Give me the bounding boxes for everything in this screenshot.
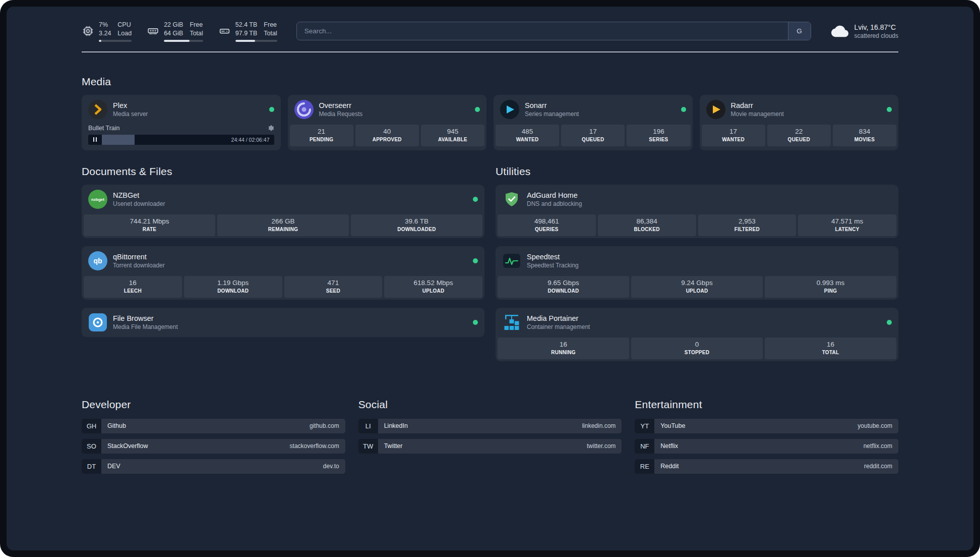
status-online-dot: [473, 320, 478, 325]
stat-tile: 744.21 Mbps RATE: [84, 214, 215, 236]
bookmark-body: Twitter twitter.com: [378, 439, 622, 454]
service-text: qBittorrent Torrent downloader: [113, 253, 165, 269]
service-link-portainer[interactable]: Media Portainer Container management: [496, 308, 898, 337]
memory-total-label: Total: [190, 29, 203, 38]
service-card-adguard: AdGuard Home DNS and adblocking 498,461 …: [496, 185, 898, 238]
status-online-dot: [475, 107, 480, 112]
service-text: AdGuard Home DNS and adblocking: [527, 191, 582, 207]
bookmark-youtube[interactable]: YT YouTube youtube.com: [635, 419, 898, 433]
bookmark-body: DEV dev.to: [101, 459, 345, 474]
section-title-documents: Documents & Files: [82, 165, 484, 178]
service-card-sonarr: Sonarr Series management 485 WANTED 17 Q…: [494, 95, 693, 150]
playback-time: 24:44 / 02:06:47: [231, 137, 274, 143]
bookmark-url: reddit.com: [864, 463, 892, 470]
plex-now-playing: Bullet Train 24:44 / 02:06:47: [82, 124, 281, 150]
bookmark-abbr: SO: [82, 439, 101, 454]
stat-tile: 498,461 QUERIES: [498, 214, 596, 236]
adguard-stats: 498,461 QUERIES 86,384 BLOCKED 2,953 FIL…: [496, 214, 898, 238]
service-text: Plex Media server: [113, 101, 148, 118]
bookmark-abbr: LI: [358, 419, 378, 433]
bookmark-stackoverflow[interactable]: SO StackOverflow stackoverflow.com: [82, 439, 345, 454]
service-name: Overseerr: [319, 101, 363, 109]
bookmark-name: StackOverflow: [107, 442, 148, 450]
bookmark-abbr: RE: [635, 459, 654, 474]
service-link-plex[interactable]: Plex Media server: [82, 95, 281, 124]
service-link-overseerr[interactable]: Overseerr Media Requests: [288, 95, 487, 124]
player-header: Bullet Train: [88, 125, 274, 132]
search-bar: G: [296, 22, 811, 40]
memory-widget: 22 GiB 64 GiB Free Total: [147, 21, 203, 42]
service-text: Radarr Movie management: [731, 101, 784, 118]
service-subtitle: Media server: [113, 110, 148, 118]
bookmark-group-title: Developer: [82, 399, 345, 411]
topbar: 7% 3.24 CPU Load: [82, 21, 898, 42]
service-name: Radarr: [731, 101, 784, 109]
disk-widget: 52.4 TB 97.9 TB Free Total: [218, 21, 277, 42]
bookmark-linkedin[interactable]: LI LinkedIn linkedin.com: [358, 419, 622, 433]
bookmarks-grid: Developer GH Github github.com SO StackO…: [82, 399, 898, 479]
nzbget-stats: 744.21 Mbps RATE 266 GB REMAINING 39.6 T…: [82, 214, 484, 238]
service-link-nzbget[interactable]: nzbget NZBGet Usenet downloader: [82, 185, 484, 214]
cpu-usage-bar: [99, 40, 132, 42]
bookmark-url: stackoverflow.com: [290, 442, 339, 450]
memory-free-label: Free: [190, 21, 203, 29]
bookmark-netflix[interactable]: NF Netflix netflix.com: [635, 439, 898, 454]
weather-text: Lviv, 16.87°C scattered clouds: [854, 23, 898, 39]
bookmark-body: YouTube youtube.com: [654, 419, 898, 433]
gear-icon[interactable]: [267, 125, 274, 132]
service-text: File Browser Media File Management: [113, 314, 178, 330]
section-media: Media Plex Media server: [82, 76, 898, 150]
service-link-radarr[interactable]: Radarr Movie management: [700, 95, 899, 124]
stat-tile: 86,384 BLOCKED: [598, 214, 696, 236]
service-text: Sonarr Series management: [525, 101, 579, 118]
disk-free-value: 52.4 TB: [235, 21, 258, 29]
bookmark-group-title: Entertainment: [635, 399, 898, 411]
stat-tile: 9.24 Gbps UPLOAD: [631, 276, 763, 298]
stat-tile: 9.65 Gbps DOWNLOAD: [498, 276, 629, 298]
speedtest-stats: 9.65 Gbps DOWNLOAD 9.24 Gbps UPLOAD 0.99…: [496, 275, 898, 300]
bookmark-name: Reddit: [660, 463, 679, 470]
weather-location: Lviv, 16.87°C: [854, 23, 898, 31]
pause-button[interactable]: [88, 135, 102, 145]
overseerr-stats: 21 PENDING 40 APPROVED 945 AVAILABLE: [288, 124, 487, 148]
status-online-dot: [473, 258, 478, 263]
stat-tile: 16 LEECH: [84, 276, 182, 298]
search-provider-button[interactable]: G: [788, 22, 811, 40]
radarr-stats: 17 WANTED 22 QUEUED 834 MOVIES: [700, 124, 899, 148]
status-online-dot: [269, 107, 274, 112]
filebrowser-icon: [88, 313, 107, 332]
memory-free-value: 22 GiB: [164, 21, 183, 29]
search-input[interactable]: [297, 22, 788, 40]
bookmark-abbr: NF: [635, 439, 654, 454]
bookmark-url: dev.to: [323, 463, 339, 470]
service-card-nzbget: nzbget NZBGet Usenet downloader 744.21 M…: [82, 185, 484, 238]
overseerr-icon: [294, 100, 314, 119]
bookmark-url: youtube.com: [858, 422, 892, 429]
service-link-adguard[interactable]: AdGuard Home DNS and adblocking: [496, 185, 898, 214]
bookmark-url: github.com: [310, 422, 339, 429]
service-link-qbittorrent[interactable]: qb qBittorrent Torrent downloader: [82, 246, 484, 275]
bookmark-reddit[interactable]: RE Reddit reddit.com: [635, 459, 898, 474]
memory-total-value: 64 GiB: [164, 29, 183, 38]
plex-icon: [88, 100, 107, 119]
service-link-filebrowser[interactable]: File Browser Media File Management: [82, 308, 484, 337]
stat-tile: 40 APPROVED: [355, 125, 419, 146]
stat-tile: 17 QUEUED: [561, 125, 625, 146]
service-link-sonarr[interactable]: Sonarr Series management: [494, 95, 693, 124]
service-name: Speedtest: [527, 253, 579, 261]
bookmark-github[interactable]: GH Github github.com: [82, 419, 345, 433]
bookmark-name: Twitter: [384, 442, 403, 450]
playback-progress-bar[interactable]: 24:44 / 02:06:47: [88, 135, 274, 145]
status-online-dot: [887, 107, 892, 112]
service-link-speedtest[interactable]: Speedtest Speedtest Tracking: [496, 246, 898, 275]
portainer-stats: 16 RUNNING 0 STOPPED 16 TOTAL: [496, 337, 898, 361]
qbittorrent-icon: qb: [88, 251, 107, 270]
bookmark-body: LinkedIn linkedin.com: [378, 419, 622, 433]
portainer-icon: [502, 313, 521, 332]
bookmark-name: YouTube: [660, 422, 685, 429]
bookmark-dev[interactable]: DT DEV dev.to: [82, 459, 345, 474]
stat-tile: 47.571 ms LATENCY: [798, 214, 896, 236]
bookmark-abbr: YT: [635, 419, 654, 433]
bookmark-twitter[interactable]: TW Twitter twitter.com: [358, 439, 622, 454]
bookmark-name: Netflix: [660, 442, 678, 450]
